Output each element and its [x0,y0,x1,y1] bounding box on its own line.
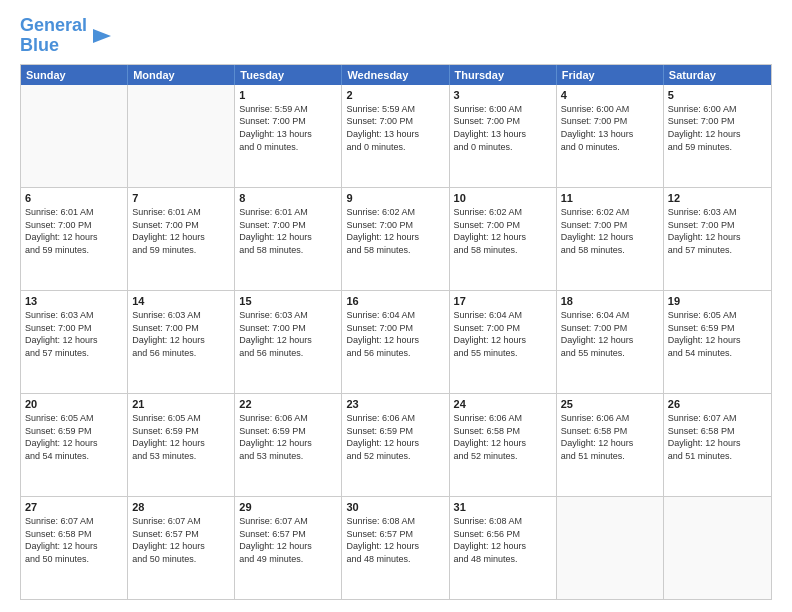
page: General Blue SundayMondayTuesdayWednesda… [0,0,792,612]
cal-cell-day-28: 28Sunrise: 6:07 AM Sunset: 6:57 PM Dayli… [128,497,235,599]
day-number: 1 [239,88,337,102]
day-info: Sunrise: 6:04 AM Sunset: 7:00 PM Dayligh… [454,309,552,359]
day-number: 13 [25,294,123,308]
day-number: 5 [668,88,767,102]
cal-cell-day-12: 12Sunrise: 6:03 AM Sunset: 7:00 PM Dayli… [664,188,771,290]
day-number: 16 [346,294,444,308]
day-number: 10 [454,191,552,205]
day-number: 31 [454,500,552,514]
day-info: Sunrise: 6:05 AM Sunset: 6:59 PM Dayligh… [668,309,767,359]
day-number: 27 [25,500,123,514]
day-number: 2 [346,88,444,102]
logo: General Blue [20,16,113,56]
day-info: Sunrise: 6:01 AM Sunset: 7:00 PM Dayligh… [132,206,230,256]
day-number: 6 [25,191,123,205]
calendar-body: 1Sunrise: 5:59 AM Sunset: 7:00 PM Daylig… [21,85,771,599]
day-number: 19 [668,294,767,308]
day-number: 8 [239,191,337,205]
day-number: 4 [561,88,659,102]
day-info: Sunrise: 6:02 AM Sunset: 7:00 PM Dayligh… [561,206,659,256]
day-number: 24 [454,397,552,411]
cal-cell-day-29: 29Sunrise: 6:07 AM Sunset: 6:57 PM Dayli… [235,497,342,599]
cal-cell-day-11: 11Sunrise: 6:02 AM Sunset: 7:00 PM Dayli… [557,188,664,290]
day-info: Sunrise: 6:08 AM Sunset: 6:56 PM Dayligh… [454,515,552,565]
cal-cell-day-14: 14Sunrise: 6:03 AM Sunset: 7:00 PM Dayli… [128,291,235,393]
cal-cell-empty [664,497,771,599]
weekday-header-thursday: Thursday [450,65,557,85]
day-number: 9 [346,191,444,205]
calendar: SundayMondayTuesdayWednesdayThursdayFrid… [20,64,772,600]
cal-cell-day-8: 8Sunrise: 6:01 AM Sunset: 7:00 PM Daylig… [235,188,342,290]
day-number: 7 [132,191,230,205]
cal-cell-day-22: 22Sunrise: 6:06 AM Sunset: 6:59 PM Dayli… [235,394,342,496]
day-info: Sunrise: 6:04 AM Sunset: 7:00 PM Dayligh… [561,309,659,359]
day-info: Sunrise: 6:07 AM Sunset: 6:58 PM Dayligh… [668,412,767,462]
cal-cell-day-16: 16Sunrise: 6:04 AM Sunset: 7:00 PM Dayli… [342,291,449,393]
day-info: Sunrise: 6:01 AM Sunset: 7:00 PM Dayligh… [239,206,337,256]
cal-cell-empty [128,85,235,187]
day-number: 30 [346,500,444,514]
cal-cell-day-3: 3Sunrise: 6:00 AM Sunset: 7:00 PM Daylig… [450,85,557,187]
day-info: Sunrise: 6:08 AM Sunset: 6:57 PM Dayligh… [346,515,444,565]
day-info: Sunrise: 6:02 AM Sunset: 7:00 PM Dayligh… [346,206,444,256]
cal-cell-day-4: 4Sunrise: 6:00 AM Sunset: 7:00 PM Daylig… [557,85,664,187]
cal-row-0: 1Sunrise: 5:59 AM Sunset: 7:00 PM Daylig… [21,85,771,187]
day-info: Sunrise: 6:03 AM Sunset: 7:00 PM Dayligh… [239,309,337,359]
weekday-header-saturday: Saturday [664,65,771,85]
day-info: Sunrise: 6:02 AM Sunset: 7:00 PM Dayligh… [454,206,552,256]
day-number: 25 [561,397,659,411]
day-number: 15 [239,294,337,308]
logo-text: General Blue [20,16,87,56]
cal-cell-empty [557,497,664,599]
calendar-header: SundayMondayTuesdayWednesdayThursdayFrid… [21,65,771,85]
day-info: Sunrise: 6:05 AM Sunset: 6:59 PM Dayligh… [132,412,230,462]
day-number: 21 [132,397,230,411]
cal-cell-day-21: 21Sunrise: 6:05 AM Sunset: 6:59 PM Dayli… [128,394,235,496]
day-number: 18 [561,294,659,308]
day-number: 3 [454,88,552,102]
day-info: Sunrise: 6:07 AM Sunset: 6:57 PM Dayligh… [132,515,230,565]
day-number: 29 [239,500,337,514]
weekday-header-tuesday: Tuesday [235,65,342,85]
cal-cell-day-7: 7Sunrise: 6:01 AM Sunset: 7:00 PM Daylig… [128,188,235,290]
cal-cell-day-10: 10Sunrise: 6:02 AM Sunset: 7:00 PM Dayli… [450,188,557,290]
cal-row-1: 6Sunrise: 6:01 AM Sunset: 7:00 PM Daylig… [21,187,771,290]
day-info: Sunrise: 6:06 AM Sunset: 6:58 PM Dayligh… [561,412,659,462]
day-info: Sunrise: 6:00 AM Sunset: 7:00 PM Dayligh… [668,103,767,153]
day-number: 11 [561,191,659,205]
day-number: 17 [454,294,552,308]
cal-cell-day-15: 15Sunrise: 6:03 AM Sunset: 7:00 PM Dayli… [235,291,342,393]
cal-cell-day-20: 20Sunrise: 6:05 AM Sunset: 6:59 PM Dayli… [21,394,128,496]
cal-cell-day-13: 13Sunrise: 6:03 AM Sunset: 7:00 PM Dayli… [21,291,128,393]
day-number: 14 [132,294,230,308]
cal-cell-empty [21,85,128,187]
day-info: Sunrise: 6:00 AM Sunset: 7:00 PM Dayligh… [561,103,659,153]
day-info: Sunrise: 6:06 AM Sunset: 6:59 PM Dayligh… [239,412,337,462]
day-info: Sunrise: 6:06 AM Sunset: 6:58 PM Dayligh… [454,412,552,462]
day-info: Sunrise: 6:05 AM Sunset: 6:59 PM Dayligh… [25,412,123,462]
day-info: Sunrise: 6:03 AM Sunset: 7:00 PM Dayligh… [132,309,230,359]
day-info: Sunrise: 6:04 AM Sunset: 7:00 PM Dayligh… [346,309,444,359]
cal-cell-day-25: 25Sunrise: 6:06 AM Sunset: 6:58 PM Dayli… [557,394,664,496]
day-info: Sunrise: 6:03 AM Sunset: 7:00 PM Dayligh… [668,206,767,256]
cal-cell-day-31: 31Sunrise: 6:08 AM Sunset: 6:56 PM Dayli… [450,497,557,599]
day-info: Sunrise: 5:59 AM Sunset: 7:00 PM Dayligh… [239,103,337,153]
day-number: 28 [132,500,230,514]
day-info: Sunrise: 6:00 AM Sunset: 7:00 PM Dayligh… [454,103,552,153]
day-number: 12 [668,191,767,205]
day-number: 20 [25,397,123,411]
cal-cell-day-6: 6Sunrise: 6:01 AM Sunset: 7:00 PM Daylig… [21,188,128,290]
day-number: 26 [668,397,767,411]
header: General Blue [20,16,772,56]
cal-cell-day-1: 1Sunrise: 5:59 AM Sunset: 7:00 PM Daylig… [235,85,342,187]
weekday-header-wednesday: Wednesday [342,65,449,85]
day-number: 22 [239,397,337,411]
day-info: Sunrise: 6:07 AM Sunset: 6:58 PM Dayligh… [25,515,123,565]
cal-cell-day-17: 17Sunrise: 6:04 AM Sunset: 7:00 PM Dayli… [450,291,557,393]
day-info: Sunrise: 6:03 AM Sunset: 7:00 PM Dayligh… [25,309,123,359]
logo-icon [91,25,113,47]
svg-marker-0 [93,29,111,43]
cal-cell-day-24: 24Sunrise: 6:06 AM Sunset: 6:58 PM Dayli… [450,394,557,496]
day-info: Sunrise: 5:59 AM Sunset: 7:00 PM Dayligh… [346,103,444,153]
cal-cell-day-26: 26Sunrise: 6:07 AM Sunset: 6:58 PM Dayli… [664,394,771,496]
